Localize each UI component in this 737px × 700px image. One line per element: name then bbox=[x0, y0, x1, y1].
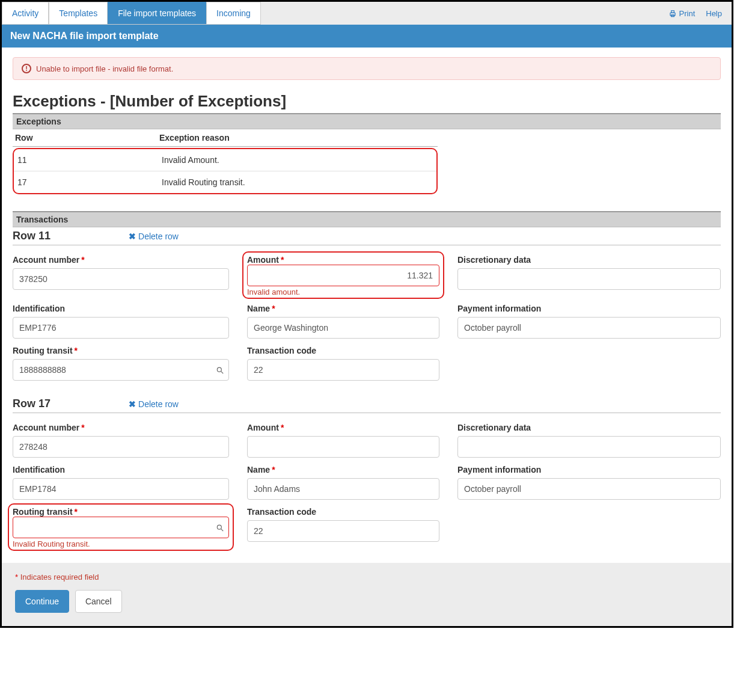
payment-info-input[interactable] bbox=[457, 317, 721, 339]
search-icon[interactable] bbox=[216, 365, 224, 375]
exception-row: 17 Invalid Routing transit. bbox=[14, 171, 436, 193]
exception-row-reason: Invalid Amount. bbox=[162, 155, 219, 165]
label-identification: Identification bbox=[13, 465, 229, 474]
account-number-input[interactable] bbox=[13, 436, 229, 458]
exceptions-section-header: Exceptions bbox=[13, 113, 721, 129]
alert-text: Unable to import file - invalid file for… bbox=[36, 64, 173, 73]
label-account-number: Account number* bbox=[13, 423, 229, 432]
discretionary-input[interactable] bbox=[457, 436, 721, 458]
label-amount: Amount* bbox=[247, 255, 284, 265]
label-routing: Routing transit* bbox=[13, 346, 229, 355]
exception-row-reason: Invalid Routing transit. bbox=[162, 177, 245, 187]
tab-incoming[interactable]: Incoming bbox=[206, 2, 261, 24]
page-title: Exceptions - [Number of Exceptions] bbox=[13, 92, 721, 111]
amount-input[interactable] bbox=[247, 436, 439, 458]
label-routing: Routing transit* bbox=[13, 507, 78, 517]
continue-button[interactable]: Continue bbox=[15, 590, 69, 613]
alert-error: ! Unable to import file - invalid file f… bbox=[13, 57, 721, 80]
amount-input[interactable] bbox=[247, 265, 439, 286]
help-link[interactable]: Help bbox=[706, 9, 722, 18]
exceptions-header-row: Row Exception reason bbox=[13, 129, 438, 147]
subheader: New NACHA file import template bbox=[2, 25, 732, 48]
print-icon bbox=[668, 8, 677, 18]
row-title: Row 17 bbox=[13, 398, 50, 410]
tab-activity[interactable]: Activity bbox=[2, 2, 49, 24]
label-payment-info: Payment information bbox=[457, 465, 721, 474]
label-identification: Identification bbox=[13, 304, 229, 313]
svg-rect-1 bbox=[671, 11, 674, 13]
routing-error-msg: Invalid Routing transit. bbox=[13, 539, 229, 548]
routing-input[interactable] bbox=[13, 517, 229, 538]
name-input[interactable] bbox=[247, 478, 439, 500]
cancel-button[interactable]: Cancel bbox=[75, 590, 122, 613]
delete-row-link[interactable]: ✖ Delete row bbox=[129, 399, 179, 409]
label-account-number: Account number* bbox=[13, 255, 229, 265]
txn-code-input[interactable] bbox=[247, 520, 439, 542]
required-note: * Indicates required field bbox=[15, 573, 718, 582]
transactions-section-header: Transactions bbox=[13, 211, 721, 227]
exceptions-col-row: Row bbox=[15, 133, 159, 143]
search-icon[interactable] bbox=[216, 523, 224, 532]
exception-row: 11 Invalid Amount. bbox=[14, 149, 436, 171]
svg-line-4 bbox=[221, 372, 224, 374]
svg-point-5 bbox=[217, 525, 221, 529]
txn-code-input[interactable] bbox=[247, 359, 439, 381]
label-amount: Amount* bbox=[247, 423, 439, 432]
label-name: Name* bbox=[247, 465, 439, 474]
alert-icon: ! bbox=[22, 64, 31, 73]
account-number-input[interactable] bbox=[13, 268, 229, 290]
close-icon: ✖ bbox=[129, 399, 136, 409]
tab-file-import-templates[interactable]: File import templates bbox=[108, 2, 206, 24]
label-discretionary: Discretionary data bbox=[457, 423, 721, 432]
amount-error-msg: Invalid amount. bbox=[247, 287, 439, 296]
name-input[interactable] bbox=[247, 317, 439, 339]
exception-row-num: 17 bbox=[17, 177, 162, 187]
discretionary-input[interactable] bbox=[457, 268, 721, 290]
label-txn-code: Transaction code bbox=[247, 507, 439, 517]
svg-line-6 bbox=[221, 529, 224, 532]
tab-bar: Activity Templates File import templates… bbox=[2, 2, 261, 25]
exceptions-body: 11 Invalid Amount. 17 Invalid Routing tr… bbox=[13, 148, 438, 194]
tab-templates[interactable]: Templates bbox=[49, 2, 108, 24]
delete-row-link[interactable]: ✖ Delete row bbox=[129, 232, 179, 241]
identification-input[interactable] bbox=[13, 478, 229, 500]
routing-input[interactable] bbox=[13, 359, 229, 381]
label-name: Name* bbox=[247, 304, 439, 313]
print-link[interactable]: Print bbox=[668, 8, 696, 18]
exception-row-num: 11 bbox=[17, 155, 162, 165]
close-icon: ✖ bbox=[129, 232, 136, 241]
payment-info-input[interactable] bbox=[457, 478, 721, 500]
row-title: Row 11 bbox=[13, 230, 50, 242]
svg-point-3 bbox=[217, 367, 221, 372]
label-discretionary: Discretionary data bbox=[457, 255, 721, 265]
label-txn-code: Transaction code bbox=[247, 346, 439, 355]
identification-input[interactable] bbox=[13, 317, 229, 339]
label-payment-info: Payment information bbox=[457, 304, 721, 313]
exceptions-col-reason: Exception reason bbox=[159, 133, 230, 143]
